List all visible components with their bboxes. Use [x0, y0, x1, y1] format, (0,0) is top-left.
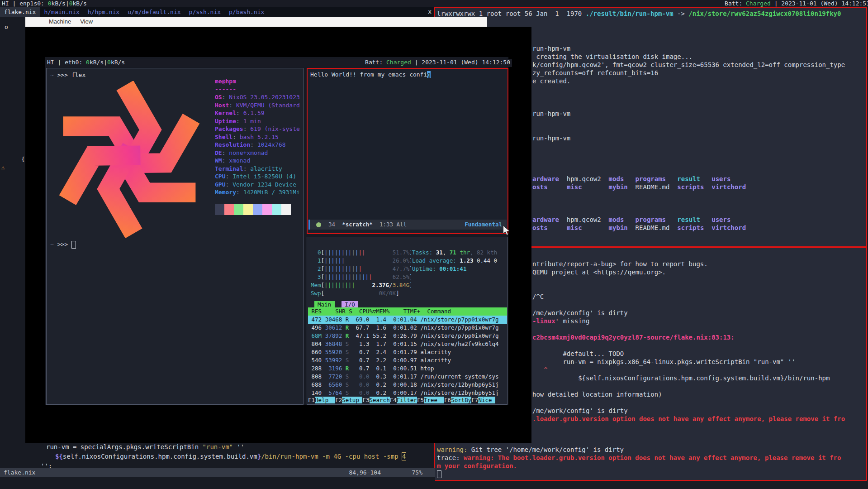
editor-fragment-brace: { — [21, 156, 25, 163]
text-segment: 30612 — [325, 324, 342, 331]
text-segment: ] — [409, 265, 411, 272]
tab-close-icon[interactable]: X — [424, 7, 435, 17]
text-segment — [342, 332, 346, 339]
text-segment — [492, 397, 495, 403]
terminal-line — [532, 252, 863, 260]
text-segment: none+xmonad — [229, 149, 268, 156]
terminal-line — [532, 398, 863, 407]
text-segment — [342, 381, 346, 388]
shell-prompt: ~ >>> flex — [50, 71, 85, 79]
htop-process-row[interactable]: 68M 37892 R 47.1 55.2 0:26.79 /nix/store… — [308, 332, 507, 340]
text-segment: : — [222, 149, 229, 156]
text-segment: Host — [215, 102, 229, 109]
qemu-window[interactable]: Machine View HI | eth0: 0kB/s|0kB/s Batt… — [25, 17, 531, 443]
text-segment: 0.2 0:00.17 /nix/store/12bynbp6y51j — [370, 389, 499, 396]
text-segment: result — [677, 216, 700, 223]
xmobar-host-left: HI | enp1s0: 0kB/s|0kB/s — [2, 0, 87, 7]
text-segment: mybin — [609, 183, 628, 191]
text-segment: Main — [314, 301, 335, 308]
text-segment: ] — [409, 257, 411, 264]
text-segment: Batt: — [725, 0, 746, 7]
text-segment — [624, 175, 635, 182]
text-segment: 55920 — [325, 349, 342, 355]
text-segment: 0.7 0.1 0:00.51 htop — [349, 365, 434, 372]
tab-main-nix[interactable]: h/main.nix — [40, 7, 83, 17]
text-segment: Mem — [311, 282, 321, 288]
text-segment: run-hpm-vm — [532, 134, 570, 142]
text-segment: 3.84G — [393, 282, 410, 288]
text-segment: users — [711, 216, 730, 223]
xmobar-vm-left: HI | eth0: 0kB/s|0kB/s — [47, 59, 125, 67]
text-segment: Uptime: — [412, 265, 439, 272]
text-segment: 0.2 0:00.18 /nix/store/12bynbp6y51j — [370, 381, 499, 388]
text-segment: 51.7% — [365, 249, 409, 256]
text-segment: kB/s| — [52, 0, 69, 7]
text-segment: [ — [321, 265, 325, 272]
vm-display[interactable]: HI | eth0: 0kB/s|0kB/s Batt: Charged | 2… — [45, 57, 508, 405]
terminal-line — [532, 207, 863, 216]
tab-flake-nix[interactable]: flake.nix — [0, 7, 40, 17]
menu-machine[interactable]: Machine — [49, 17, 71, 27]
htop-function-key-bar[interactable]: F1Help F2Setup F3SearchF4FilterF5Tree F6… — [308, 396, 507, 404]
text-segment: 0.44 0 — [473, 257, 497, 264]
tab-ssh-nix[interactable]: p/ssh.nix — [185, 7, 225, 17]
tab-default-nix[interactable]: u/m/default.nix — [123, 7, 185, 17]
text-segment: [ — [321, 282, 325, 288]
htop-process-row[interactable]: 472 30468 R 69.0 1.4 0:01.04 /nix/store/… — [308, 316, 507, 324]
terminal-line: Host: KVM/QEMU (Standard — [215, 101, 303, 110]
text-segment: ./result/bin/run-hpm-vm — [586, 10, 674, 17]
terminal-line: run-hpm-vm — [532, 134, 863, 142]
text-segment: 67.7 1.6 0:01.02 /nix/store/p7pp0ix0wr7g — [349, 324, 498, 331]
terminal-line: #default... TODO — [532, 350, 863, 358]
terminal-line: Kernel: 6.1.59 — [215, 109, 303, 117]
terminal-line: Shell: bash 5.2.15 — [215, 133, 303, 141]
text-segment: me@hpm — [215, 78, 236, 85]
terminal-line: Uptime: 00:01:41 — [412, 265, 506, 273]
vm-terminal-window[interactable]: ~ >>> flex — [46, 68, 304, 405]
htop-process-row[interactable]: 660 55920 S 0.7 2.4 0:01.79 alacritty — [308, 348, 507, 356]
text-segment: ' missing — [555, 317, 590, 325]
terminal-line: me@hpm — [215, 77, 303, 86]
text-segment: xmonad — [229, 157, 250, 164]
text-segment: osts — [532, 224, 548, 231]
text-segment: 0 — [69, 0, 73, 7]
text-segment: | 2023-11-01 (Wed) 14:12:51 — [771, 0, 868, 7]
text-segment: |||||||||| — [324, 249, 358, 256]
htop-process-row[interactable]: 496 30612 R 67.7 1.6 0:01.02 /nix/store/… — [308, 324, 507, 332]
text-segment — [582, 224, 609, 231]
htop-summary: Tasks: 31, 71 thr, 82 kthLoad average: 1… — [412, 249, 506, 273]
xmobar-host-bar: HI | enp1s0: 0kB/s|0kB/s Batt: Charged |… — [0, 0, 868, 7]
htop-table-header[interactable]: RES SHR S CPU%▽MEM% TIME+ Command — [308, 307, 507, 316]
text-segment: ~ — [50, 241, 54, 248]
menu-view[interactable]: View — [80, 17, 93, 27]
htop-process-row[interactable]: 688 6560 S 0.0 0.2 0:00.18 /nix/store/12… — [308, 381, 507, 389]
text-segment: thr — [456, 249, 470, 256]
text-segment: 540 — [308, 357, 325, 364]
vm-htop-window[interactable]: 0[|||||||||||| 51.7%] 1[|||||| 26.0%] 2[… — [307, 237, 508, 405]
text-segment: Charged — [746, 0, 771, 7]
terminal-line: trace: warning: The boot.loader.grub.ver… — [437, 454, 864, 462]
text-segment: Resolution — [215, 141, 250, 148]
text-segment: how detailed location information) — [532, 391, 662, 398]
tab-hpm-nix[interactable]: h/hpm.nix — [84, 7, 123, 17]
htop-process-row[interactable]: 804 36848 S 1.3 1.7 0:01.15 /nix/store/h… — [308, 340, 507, 348]
vm-emacs-window[interactable]: Hello World!! from my emacs config 34 *s… — [307, 68, 508, 234]
text-segment: result — [677, 175, 700, 182]
text-segment: ] — [409, 273, 411, 280]
text-segment: DE — [215, 149, 222, 156]
htop-process-row[interactable]: 540 53992 S 0.7 2.2 0:00.97 alacritty — [308, 356, 507, 364]
terminal-line: DE: none+xmonad — [215, 149, 303, 157]
text-segment — [342, 349, 346, 355]
tab-bash-nix[interactable]: p/bash.nix — [225, 7, 268, 17]
text-segment: [ — [321, 273, 325, 280]
terminal-line: WM: xmonad — [215, 157, 303, 165]
text-segment: 2.37G — [372, 282, 389, 288]
qemu-menu-bar: Machine View — [25, 17, 487, 27]
htop-process-row[interactable]: 288 3196 R 0.7 0.1 0:00.51 htop — [308, 364, 507, 373]
htop-process-row[interactable]: 808 7720 S 0.0 0.3 0:01.17 /run/current-… — [308, 373, 507, 381]
text-segment: F1 — [308, 397, 315, 403]
text-segment — [342, 365, 346, 372]
text-segment: 0.7 2.2 0:00.97 alacritty — [349, 357, 451, 364]
terminal-line: ntribute/report-a-bug> for how to report… — [532, 260, 863, 268]
text-segment: 47.7% — [362, 265, 409, 272]
